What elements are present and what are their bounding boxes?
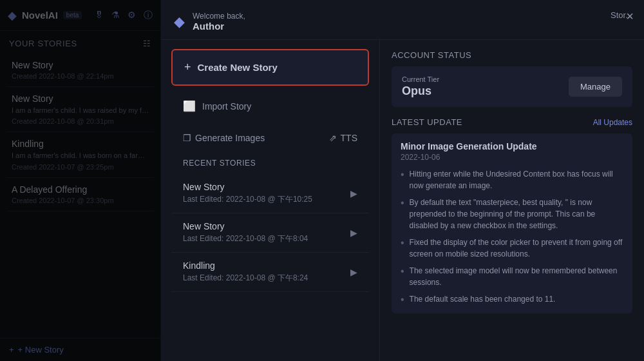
latest-update-header: Latest Update All Updates bbox=[392, 117, 632, 127]
modal-left-panel: + Create New Story ⬜ Import Story ❐ Gene… bbox=[161, 40, 380, 361]
update-item-3: • Fixed the display of the color picker … bbox=[401, 237, 623, 260]
tier-info: Current Tier Opus bbox=[402, 75, 439, 98]
tier-label: Current Tier bbox=[402, 75, 439, 83]
generate-images-button[interactable]: ❐ Generate Images bbox=[183, 133, 265, 143]
latest-update-title: Latest Update bbox=[392, 117, 462, 127]
generate-images-label: Generate Images bbox=[195, 133, 265, 143]
update-item-text: The default scale has been changed to 11… bbox=[410, 293, 556, 306]
import-story-label: Import Story bbox=[202, 101, 251, 112]
modal: × ◆ Welcome back, Author + Create New St… bbox=[161, 0, 644, 361]
bullet-icon: • bbox=[401, 197, 404, 231]
external-link-icon: ⇗ bbox=[329, 133, 337, 143]
tier-box: Current Tier Opus Manage bbox=[392, 66, 632, 107]
account-status-title: Account Status bbox=[392, 50, 632, 60]
bullet-icon: • bbox=[401, 265, 404, 288]
update-item-text: Hitting enter while the Undesired Conten… bbox=[410, 168, 623, 191]
tts-button[interactable]: ⇗ TTS bbox=[329, 133, 357, 143]
recent-date: Last Edited: 2022-10-08 @ 下午8:04 bbox=[183, 233, 308, 244]
bullet-icon: • bbox=[401, 168, 404, 191]
update-date: 2022-10-06 bbox=[401, 153, 623, 162]
recent-item-info: New Story Last Edited: 2022-10-08 @ 下午10… bbox=[183, 182, 312, 205]
modal-welcome-text: Welcome back, bbox=[193, 12, 245, 21]
recent-title: Kindling bbox=[183, 260, 308, 271]
update-name: Minor Image Generation Update bbox=[401, 141, 623, 151]
modal-close-button[interactable]: × bbox=[626, 9, 634, 24]
modal-header: ◆ Welcome back, Author bbox=[161, 0, 644, 40]
story-label: Stor... bbox=[599, 0, 644, 30]
modal-welcome-block: Welcome back, Author bbox=[193, 12, 245, 32]
create-story-label: Create New Story bbox=[198, 62, 278, 73]
update-item-text: The selected image model will now be rem… bbox=[410, 265, 623, 288]
update-box: Minor Image Generation Update 2022-10-06… bbox=[392, 133, 632, 313]
modal-right-panel: Account Status Current Tier Opus Manage … bbox=[380, 40, 644, 361]
recent-item-2[interactable]: New Story Last Edited: 2022-10-08 @ 下午8:… bbox=[171, 213, 369, 253]
image-icon: ❐ bbox=[183, 133, 191, 143]
modal-logo-icon: ◆ bbox=[174, 14, 185, 30]
recent-stories-header: Recent Stories bbox=[171, 152, 369, 171]
update-item-text: Fixed the display of the color picker to… bbox=[410, 237, 623, 260]
recent-date: Last Edited: 2022-10-08 @ 下午8:24 bbox=[183, 273, 308, 284]
update-item-1: • Hitting enter while the Undesired Cont… bbox=[401, 168, 623, 191]
recent-title: New Story bbox=[183, 182, 312, 192]
update-items: • Hitting enter while the Undesired Cont… bbox=[401, 168, 623, 306]
update-item-4: • The selected image model will now be r… bbox=[401, 265, 623, 288]
chevron-right-icon: ▶ bbox=[350, 267, 357, 277]
manage-button[interactable]: Manage bbox=[569, 77, 622, 97]
import-story-button[interactable]: ⬜ Import Story bbox=[171, 92, 369, 120]
recent-item-1[interactable]: New Story Last Edited: 2022-10-08 @ 下午10… bbox=[171, 174, 369, 213]
recent-item-info: New Story Last Edited: 2022-10-08 @ 下午8:… bbox=[183, 221, 308, 244]
bullet-icon: • bbox=[401, 237, 404, 260]
recent-item-info: Kindling Last Edited: 2022-10-08 @ 下午8:2… bbox=[183, 260, 308, 284]
plus-icon: + bbox=[184, 61, 191, 74]
all-updates-link[interactable]: All Updates bbox=[593, 118, 632, 127]
tier-name: Opus bbox=[402, 84, 439, 98]
recent-title: New Story bbox=[183, 221, 308, 231]
chevron-right-icon: ▶ bbox=[350, 188, 357, 199]
gen-row: ❐ Generate Images ⇗ TTS bbox=[171, 126, 369, 150]
create-new-story-button[interactable]: + Create New Story bbox=[171, 49, 369, 86]
bullet-icon: • bbox=[401, 293, 404, 306]
tts-label: TTS bbox=[341, 133, 357, 143]
modal-username: Author bbox=[193, 21, 245, 32]
recent-date: Last Edited: 2022-10-08 @ 下午10:25 bbox=[183, 194, 312, 205]
import-icon: ⬜ bbox=[183, 100, 196, 112]
update-item-5: • The default scale has been changed to … bbox=[401, 293, 623, 306]
recent-stories-list: New Story Last Edited: 2022-10-08 @ 下午10… bbox=[171, 174, 369, 352]
update-item-text: By default the text "masterpiece, best q… bbox=[410, 197, 623, 231]
chevron-right-icon: ▶ bbox=[350, 228, 357, 238]
update-item-2: • By default the text "masterpiece, best… bbox=[401, 197, 623, 231]
recent-item-3[interactable]: Kindling Last Edited: 2022-10-08 @ 下午8:2… bbox=[171, 253, 369, 292]
modal-body: + Create New Story ⬜ Import Story ❐ Gene… bbox=[161, 40, 644, 361]
